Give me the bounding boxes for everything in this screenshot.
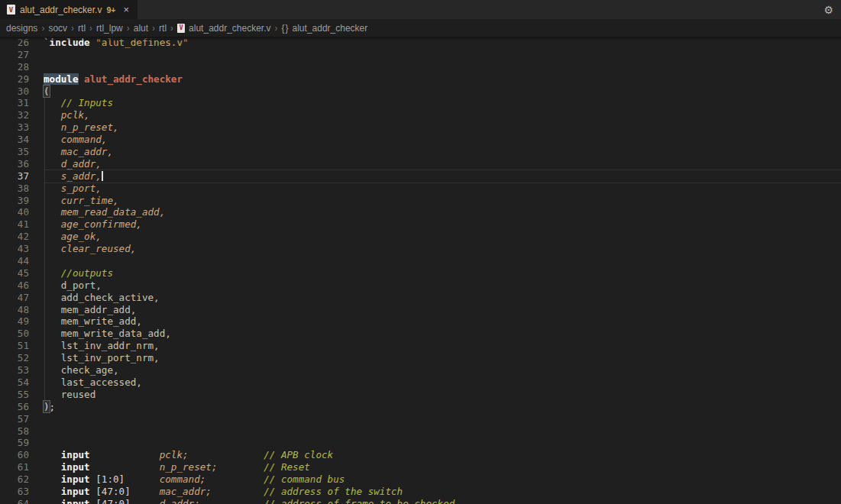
chevron-right-icon: ›	[41, 23, 44, 34]
code-token: age_confirmed,	[44, 218, 142, 230]
line-number: 36	[0, 158, 44, 170]
code-line[interactable]: 60 input pclk; // APB clock	[0, 449, 841, 461]
code-line-content: check_age,	[44, 364, 841, 376]
code-line[interactable]: 42 age_ok,	[0, 231, 841, 243]
code-line[interactable]: 26`include "alut_defines.v"	[0, 37, 841, 49]
code-line-content: add_check_active,	[44, 292, 841, 304]
line-number: 44	[0, 255, 44, 267]
code-line[interactable]: 47 add_check_active,	[0, 292, 841, 304]
verilog-file-icon-letter: V	[180, 24, 183, 31]
verilog-file-icon-letter: V	[9, 6, 13, 14]
code-token: // Inputs	[44, 97, 113, 108]
text-cursor	[102, 171, 103, 181]
code-line[interactable]: 31 // Inputs	[0, 97, 841, 109]
code-line[interactable]: 28	[0, 61, 841, 73]
code-line-content: pclk,	[44, 109, 841, 121]
code-token: // Reset	[264, 461, 310, 473]
code-line[interactable]: 30(	[0, 86, 841, 98]
verilog-file-icon: V	[7, 5, 15, 15]
code-token: last_accessed,	[44, 376, 142, 388]
breadcrumb: designs › socv › rtl › rtl_lpw › alut › …	[0, 19, 841, 37]
code-line[interactable]: 55 reused	[0, 389, 841, 401]
code-line-content	[44, 61, 841, 73]
code-line[interactable]: 29module alut_addr_checker	[0, 73, 841, 86]
code-line-content: input n_p_reset; // Reset	[44, 461, 841, 473]
line-number: 46	[0, 279, 44, 292]
code-token: [47:0]	[90, 498, 160, 504]
code-line[interactable]: 27	[0, 49, 841, 61]
code-line[interactable]: 50 mem_write_data_add,	[0, 328, 841, 340]
close-icon[interactable]: ×	[121, 5, 131, 15]
code-line-content: s_addr,	[44, 170, 841, 183]
code-line[interactable]: 49 mem_write_add,	[0, 315, 841, 328]
code-line[interactable]: 54 last_accessed,	[0, 376, 841, 389]
code-line-content: clear_reused,	[44, 243, 841, 255]
code-token: pclk,	[44, 109, 90, 121]
breadcrumb-item[interactable]: rtl	[78, 23, 86, 34]
code-line[interactable]: 36 d_addr,	[0, 158, 841, 170]
line-number: 57	[0, 413, 44, 425]
code-line-content: mem_write_data_add,	[44, 328, 841, 340]
code-line[interactable]: 44	[0, 255, 841, 267]
code-token: lst_inv_port_nrm,	[44, 352, 160, 363]
chevron-right-icon: ›	[170, 23, 173, 34]
vscode-editor-window: V alut_addr_checker.v 9+ × ⚙ designs › s…	[0, 0, 841, 504]
breadcrumb-symbol[interactable]: alut_addr_checker	[293, 23, 368, 34]
code-line[interactable]: 32 pclk,	[0, 109, 841, 121]
chevron-right-icon: ›	[152, 23, 155, 34]
code-line[interactable]: 40 mem_read_data_add,	[0, 206, 841, 218]
code-token: [47:0]	[90, 486, 160, 497]
code-token: //outputs	[44, 267, 113, 279]
code-line-content: // Inputs	[44, 97, 841, 109]
code-line[interactable]: 59	[0, 437, 841, 449]
code-line[interactable]: 41 age_confirmed,	[0, 218, 841, 231]
code-line-content: input [47:0] d_addr; // address of frame…	[44, 498, 841, 504]
verilog-file-icon: V	[177, 24, 185, 33]
breadcrumb-item[interactable]: rtl_lpw	[96, 23, 123, 34]
code-line[interactable]: 34 command,	[0, 134, 841, 146]
line-number: 43	[0, 243, 44, 255]
code-line[interactable]: 33 n_p_reset,	[0, 121, 841, 134]
code-line[interactable]: 58	[0, 425, 841, 438]
code-line[interactable]: 63 input [47:0] mac_addr; // address of …	[0, 486, 841, 498]
code-line[interactable]: 39 curr_time,	[0, 195, 841, 207]
code-line-content: curr_time,	[44, 195, 841, 207]
code-line[interactable]: 38 s_port,	[0, 183, 841, 195]
code-token: // address of the switch	[264, 486, 403, 497]
code-line-content	[44, 425, 841, 438]
code-line[interactable]: 48 mem_addr_add,	[0, 304, 841, 316]
code-line-content: age_ok,	[44, 231, 841, 243]
chevron-right-icon: ›	[275, 23, 278, 34]
line-number: 64	[0, 498, 44, 504]
code-editor[interactable]: 26`include "alut_defines.v"272829module …	[0, 37, 841, 504]
code-line[interactable]: 61 input n_p_reset; // Reset	[0, 461, 841, 473]
code-line[interactable]: 43 clear_reused,	[0, 243, 841, 255]
code-line[interactable]: 52 lst_inv_port_nrm,	[0, 352, 841, 364]
code-token	[205, 473, 264, 485]
code-line[interactable]: 51 lst_inv_addr_nrm,	[0, 340, 841, 352]
gear-icon[interactable]: ⚙	[816, 0, 841, 19]
code-token: d_addr;	[160, 498, 200, 504]
code-line[interactable]: 53 check_age,	[0, 364, 841, 376]
code-line[interactable]: 37 s_addr,	[0, 170, 841, 183]
breadcrumb-item[interactable]: rtl	[159, 23, 167, 34]
code-line[interactable]: 57	[0, 413, 841, 425]
breadcrumb-item[interactable]: alut	[134, 23, 148, 34]
code-line-content: age_confirmed,	[44, 218, 841, 231]
code-line[interactable]: 56);	[0, 401, 841, 413]
code-token: pclk;	[160, 449, 189, 460]
code-token: curr_time,	[44, 195, 119, 206]
code-line[interactable]: 62 input [1:0] command; // command bus	[0, 473, 841, 486]
code-token: mem_write_add,	[44, 315, 142, 327]
code-token: lst_inv_addr_nrm,	[44, 340, 160, 351]
code-line[interactable]: 64 input [47:0] d_addr; // address of fr…	[0, 498, 841, 504]
breadcrumb-item[interactable]: designs	[6, 23, 37, 34]
code-line[interactable]: 46 d_port,	[0, 279, 841, 292]
code-token: // address of frame to be checked	[264, 498, 454, 504]
code-line-content: lst_inv_port_nrm,	[44, 352, 841, 364]
tab-alut-addr-checker[interactable]: V alut_addr_checker.v 9+ ×	[0, 0, 137, 19]
code-line[interactable]: 35 mac_addr,	[0, 146, 841, 158]
breadcrumb-file[interactable]: alut_addr_checker.v	[189, 23, 270, 34]
code-line[interactable]: 45 //outputs	[0, 267, 841, 279]
breadcrumb-item[interactable]: socv	[48, 23, 67, 34]
